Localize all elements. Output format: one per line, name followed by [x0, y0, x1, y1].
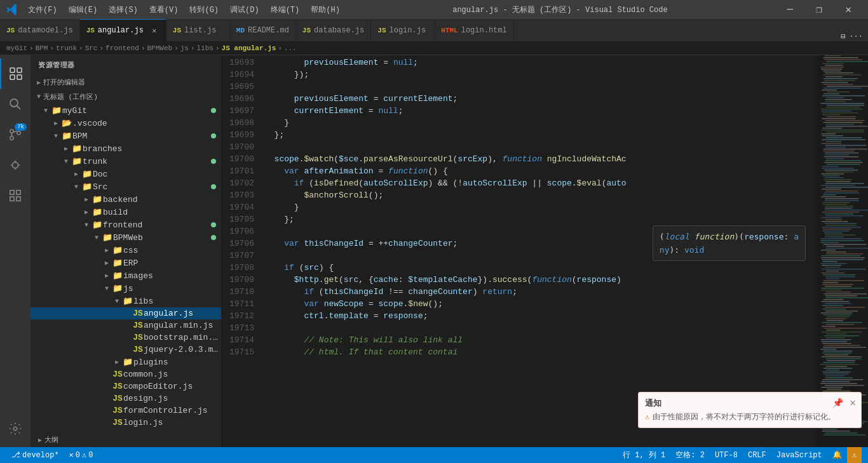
tree-item-jquery[interactable]: JS jquery-2.0.3.m...: [31, 344, 221, 356]
explorer-button[interactable]: [0, 58, 31, 89]
line-ending-status[interactable]: CRLF: [743, 447, 771, 463]
debug-button[interactable]: [0, 150, 31, 180]
tree-item-compoeditorjs[interactable]: JS compoEditor.js: [31, 380, 221, 393]
tree-item-frontend[interactable]: ▼ 📁 frontend: [31, 218, 221, 231]
source-control-button[interactable]: 7k: [0, 119, 31, 150]
expand-arrow: ▼: [41, 107, 51, 114]
tree-item-doc[interactable]: ▶ 📁 Doc: [31, 168, 221, 180]
extensions-button[interactable]: [0, 180, 31, 211]
minimize-button[interactable]: —: [775, 0, 804, 19]
breadcrumb-item[interactable]: Src: [85, 44, 98, 52]
tree-item-designjs[interactable]: JS design.js: [31, 393, 221, 405]
error-status[interactable]: ✕ 0 ⚠ 0: [64, 447, 98, 463]
svg-point-14: [13, 427, 17, 431]
notification-close-button[interactable]: ✕: [850, 396, 856, 409]
breadcrumb-item[interactable]: myGit: [6, 44, 27, 52]
tree-item-commonjs[interactable]: JS common.js: [31, 368, 221, 380]
close-button[interactable]: ✕: [834, 0, 863, 19]
svg-point-6: [10, 130, 14, 133]
tree-item-mygit[interactable]: ▼ 📁 myGit: [31, 104, 221, 117]
breadcrumb-sep: ›: [174, 44, 179, 52]
tree-item-css[interactable]: ▶ 📁 css: [31, 244, 221, 257]
folder-icon: 📁: [51, 105, 62, 116]
open-editors-header[interactable]: ▶ 打开的编辑器: [31, 75, 221, 90]
indent-status[interactable]: 空格: 2: [670, 447, 710, 463]
cursor-position-status[interactable]: 行 1, 列 1: [618, 447, 670, 463]
breadcrumb-sep: ›: [29, 44, 34, 52]
notification-pin-icon[interactable]: 📌: [832, 398, 843, 408]
tree-item-branches[interactable]: ▶ 📁 branches: [31, 142, 221, 155]
tree-item-plugins[interactable]: ▶ 📁 plugins: [31, 356, 221, 368]
js-file-icon: JS: [112, 418, 123, 427]
menu-debug[interactable]: 调试(D): [225, 2, 264, 18]
tab-angular[interactable]: JS angular.js ✕: [80, 19, 166, 41]
status-dot: [211, 184, 216, 189]
tree-item-bpm[interactable]: ▼ 📁 BPM: [31, 130, 221, 142]
tree-item-loginjs[interactable]: JS login.js: [31, 417, 221, 429]
tree-item-vscode[interactable]: ▶ 📂 .vscode: [31, 117, 221, 130]
breadcrumb-item[interactable]: js: [180, 44, 189, 52]
notification-bell-status[interactable]: 🔔: [827, 447, 847, 463]
breadcrumb-item[interactable]: libs: [197, 44, 214, 52]
breadcrumb-sep: ›: [215, 44, 220, 52]
breadcrumb-item[interactable]: frontend: [105, 44, 139, 52]
breadcrumb: myGit › BPM › trunk › Src › frontend › B…: [0, 41, 868, 55]
tree-item-angularminjs[interactable]: JS angular.min.js: [31, 319, 221, 332]
notification-message: ⚠ 由于性能原因，将不对大于两万字符的行进行标记化。: [645, 412, 836, 422]
workspace-header[interactable]: ▼ 无标题 (工作区): [31, 90, 221, 104]
tab-loginjs[interactable]: JS login.js: [371, 19, 435, 41]
tree-item-js[interactable]: ▼ 📁 js: [31, 282, 221, 295]
menu-goto[interactable]: 转到(G): [184, 2, 224, 18]
search-button[interactable]: [0, 89, 31, 119]
menu-view[interactable]: 查看(V): [144, 2, 184, 18]
tree-item-trunk[interactable]: ▼ 📁 trunk: [31, 155, 221, 168]
tree-item-images[interactable]: ▶ 📁 images: [31, 269, 221, 282]
menu-select[interactable]: 选择(S): [104, 2, 143, 18]
split-editor-icon[interactable]: ⊟: [841, 32, 845, 41]
code-line: if (isDefined(autoScrollExp) && (!autoSc…: [264, 177, 817, 189]
tree-item-bpmweb[interactable]: ▼ 📁 BPMWeb: [31, 231, 221, 244]
tree-item-backend[interactable]: ▶ 📁 backend: [31, 193, 221, 206]
js-file-icon: JS: [132, 309, 144, 318]
more-tabs-icon[interactable]: ···: [849, 32, 863, 41]
tree-item-angularjs[interactable]: JS angular.js: [31, 307, 221, 319]
js-file-icon: JS: [132, 345, 144, 354]
tree-item-libs[interactable]: ▼ 📁 libs: [31, 295, 221, 307]
breadcrumb-item[interactable]: BPMWeb: [147, 44, 173, 52]
tree-item-erp[interactable]: ▶ 📁 ERP: [31, 257, 221, 269]
outline-header[interactable]: ▶ 大纲: [31, 431, 221, 447]
code-editor: 19693 19694 19695 19696 19697 19698 1969…: [221, 55, 868, 447]
breadcrumb-item[interactable]: BPM: [36, 44, 48, 52]
restore-button[interactable]: ❐: [804, 0, 834, 19]
tab-readme[interactable]: MD README.md: [230, 19, 296, 41]
settings-button[interactable]: [0, 413, 31, 444]
tab-list[interactable]: JS list.js: [166, 19, 230, 41]
tree-item-bootstrapminjs[interactable]: JS bootstrap.min.js: [31, 332, 221, 344]
hover-tooltip: (local function)(response: a ny): void: [653, 225, 806, 261]
branch-name: develop*: [22, 451, 59, 460]
folder-icon: 📁: [92, 194, 103, 205]
language-status[interactable]: JavaScript: [771, 447, 827, 463]
git-branch-status[interactable]: ⎇ develop*: [6, 447, 64, 463]
tree-item-build[interactable]: ▶ 📁 build: [31, 206, 221, 218]
menu-terminal[interactable]: 终端(T): [266, 2, 305, 18]
breadcrumb-item[interactable]: ...: [284, 44, 297, 52]
code-line: ctrl.template = response;: [264, 310, 817, 322]
code-line: };: [264, 129, 817, 141]
tab-database[interactable]: JS database.js: [296, 19, 371, 41]
svg-rect-12: [10, 197, 14, 201]
tab-datamodel[interactable]: JS datamodel.js: [0, 19, 80, 41]
chevron-down-icon: ▼: [37, 93, 41, 100]
menu-edit[interactable]: 编辑(E): [64, 2, 103, 18]
tree-item-src[interactable]: ▼ 📁 Src: [31, 180, 221, 193]
encoding-status[interactable]: UTF-8: [710, 447, 743, 463]
tab-close-button[interactable]: ✕: [149, 25, 159, 36]
menu-file[interactable]: 文件(F): [23, 2, 62, 18]
tab-loginhtml[interactable]: HTML login.html: [435, 19, 513, 41]
menu-help[interactable]: 帮助(H): [306, 2, 345, 18]
status-bar: ⎇ develop* ✕ 0 ⚠ 0 行 1, 列 1 空格: 2 UTF-8 …: [0, 447, 868, 463]
tree-item-formcontrollerjs[interactable]: JS formController.js: [31, 405, 221, 417]
breadcrumb-item[interactable]: trunk: [56, 44, 77, 52]
warning-status-item[interactable]: ⚠: [847, 447, 862, 463]
breadcrumb-item-js[interactable]: JS angular.js: [222, 44, 276, 52]
